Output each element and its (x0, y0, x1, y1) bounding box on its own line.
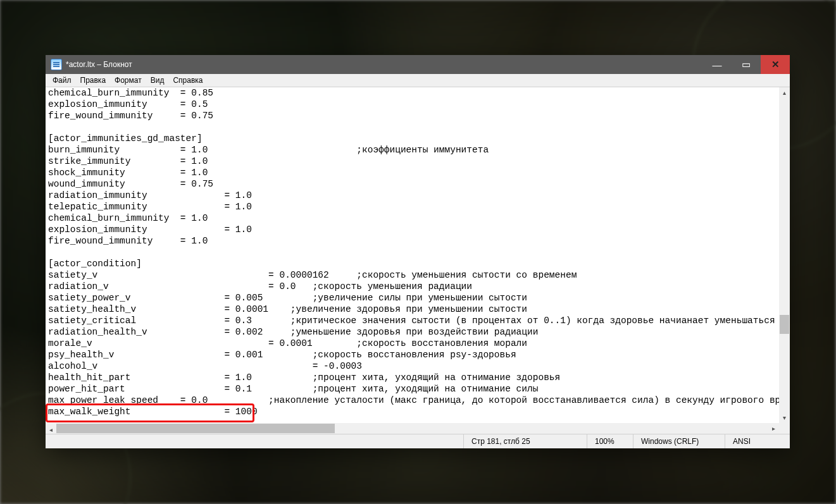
menu-file[interactable]: Файл (48, 75, 76, 86)
menubar: Файл Правка Формат Вид Справка (46, 74, 790, 87)
status-eol: Windows (CRLF) (633, 434, 725, 448)
status-encoding: ANSI (725, 434, 790, 448)
scroll-corner (779, 423, 790, 434)
text-content[interactable]: chemical_burn_immunity = 0.85 explosion_… (48, 87, 777, 417)
close-button[interactable]: ✕ (761, 55, 790, 74)
scroll-right-icon[interactable]: ▸ (768, 423, 779, 434)
menu-help[interactable]: Справка (168, 75, 207, 86)
window-title: *actor.ltx – Блокнот (66, 60, 702, 69)
scroll-down-icon[interactable]: ▾ (779, 412, 790, 423)
menu-view[interactable]: Вид (146, 75, 169, 86)
text-area[interactable]: chemical_burn_immunity = 0.85 explosion_… (46, 87, 779, 423)
scroll-up-icon[interactable]: ▴ (779, 87, 790, 98)
minimize-button[interactable]: — (702, 55, 732, 74)
maximize-button[interactable]: ▭ (732, 55, 761, 74)
status-position: Стр 181, стлб 25 (463, 434, 587, 448)
statusbar: Стр 181, стлб 25 100% Windows (CRLF) ANS… (46, 434, 790, 448)
vscroll-thumb[interactable] (780, 315, 789, 334)
horizontal-scrollbar[interactable]: ◂ ▸ (46, 423, 779, 434)
notepad-window: *actor.ltx – Блокнот — ▭ ✕ Файл Правка Ф… (46, 55, 790, 447)
editor-body: chemical_burn_immunity = 0.85 explosion_… (46, 87, 790, 434)
menu-format[interactable]: Формат (110, 75, 146, 86)
scroll-left-icon[interactable]: ◂ (46, 424, 56, 435)
vertical-scrollbar[interactable]: ▴ ▾ (779, 87, 790, 423)
titlebar[interactable]: *actor.ltx – Блокнот — ▭ ✕ (46, 55, 790, 74)
menu-edit[interactable]: Правка (76, 75, 111, 86)
status-zoom: 100% (587, 434, 633, 448)
hscroll-thumb[interactable] (56, 424, 335, 433)
notepad-icon (51, 59, 62, 70)
